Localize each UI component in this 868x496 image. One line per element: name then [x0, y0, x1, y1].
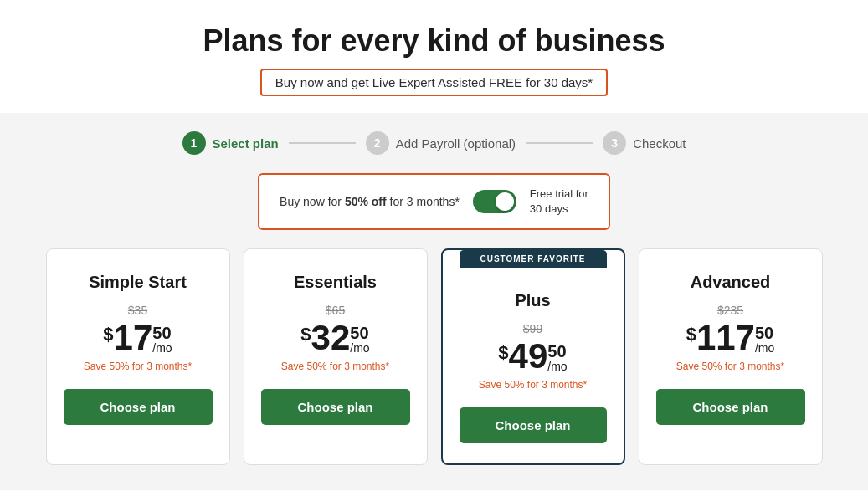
favorite-badge: CUSTOMER FAVORITE: [460, 250, 607, 268]
price-amount-essentials: 32: [311, 320, 351, 355]
promo-banner: Buy now and get Live Expert Assisted FRE…: [260, 69, 608, 96]
plan-save-plus: Save 50% for 3 months*: [460, 379, 607, 391]
price-amount-simple-start: 17: [114, 320, 153, 355]
plan-original-price-simple-start: $35: [64, 304, 213, 317]
step-3-label: Checkout: [633, 136, 686, 151]
toggle-right-text: Free trial for30 days: [530, 187, 588, 217]
plan-card-advanced: Advanced $235 $ 117 50 /mo Save 50% for …: [639, 248, 823, 465]
steps-section: 1 Select plan 2 Add Payroll (optional) 3…: [0, 113, 868, 248]
price-mo-plus: /mo: [547, 360, 567, 373]
plan-name-advanced: Advanced: [656, 273, 805, 292]
step-2: 2 Add Payroll (optional): [366, 131, 516, 155]
plan-price-plus: $ 49 50 /mo: [460, 339, 607, 374]
step-2-label: Add Payroll (optional): [396, 136, 516, 151]
step-1-circle: 1: [182, 131, 206, 155]
page-title: Plans for every kind of business: [17, 23, 851, 59]
plan-price-simple-start: $ 17 50 /mo: [64, 320, 213, 355]
toggle-box: Buy now for 50% off for 3 months* Free t…: [258, 173, 610, 230]
plan-price-advanced: $ 117 50 /mo: [656, 320, 805, 355]
plan-original-price-essentials: $65: [261, 304, 410, 317]
choose-plan-plus[interactable]: Choose plan: [460, 407, 607, 443]
choose-plan-essentials[interactable]: Choose plan: [261, 389, 410, 425]
price-mo-simple-start: /mo: [152, 342, 172, 355]
step-2-circle: 2: [366, 131, 389, 155]
price-amount-plus: 49: [509, 339, 548, 374]
plan-original-price-plus: $99: [460, 322, 607, 335]
price-cents-advanced: 50: [755, 324, 773, 342]
price-suffix-essentials: 50 /mo: [350, 324, 369, 355]
step-line-2: [526, 142, 593, 144]
price-cents-plus: 50: [547, 342, 566, 360]
step-1-label: Select plan: [213, 136, 279, 151]
plan-original-price-advanced: $235: [656, 304, 805, 317]
plan-save-advanced: Save 50% for 3 months*: [656, 360, 805, 372]
plan-save-essentials: Save 50% for 3 months*: [261, 360, 410, 372]
price-dollar-plus: $: [498, 344, 508, 362]
step-3-circle: 3: [603, 131, 626, 155]
plan-card-simple-start: Simple Start $35 $ 17 50 /mo Save 50% fo…: [46, 248, 230, 465]
price-mo-advanced: /mo: [755, 342, 774, 355]
steps-bar: 1 Select plan 2 Add Payroll (optional) 3…: [17, 131, 851, 155]
header-section: Plans for every kind of business Buy now…: [0, 0, 868, 113]
toggle-thumb: [496, 192, 514, 211]
price-suffix-advanced: 50 /mo: [755, 324, 774, 355]
plan-name-simple-start: Simple Start: [64, 273, 213, 292]
plans-section: Simple Start $35 $ 17 50 /mo Save 50% fo…: [0, 248, 868, 490]
toggle-left-text: Buy now for 50% off for 3 months*: [280, 195, 460, 208]
plan-save-simple-start: Save 50% for 3 months*: [64, 360, 213, 372]
choose-plan-advanced[interactable]: Choose plan: [656, 389, 805, 425]
plan-name-plus: Plus: [460, 291, 607, 310]
price-amount-advanced: 117: [696, 320, 755, 355]
price-suffix-simple-start: 50 /mo: [152, 324, 172, 355]
price-cents-essentials: 50: [350, 324, 368, 342]
plan-card-essentials: Essentials $65 $ 32 50 /mo Save 50% for …: [244, 248, 428, 465]
plan-name-essentials: Essentials: [261, 273, 410, 292]
price-dollar-simple-start: $: [103, 325, 113, 344]
price-cents-simple-start: 50: [152, 324, 171, 342]
toggle-section: Buy now for 50% off for 3 months* Free t…: [17, 173, 851, 248]
step-line-1: [289, 142, 356, 144]
plan-card-plus: CUSTOMER FAVORITE Plus $99 $ 49 50 /mo S…: [441, 248, 625, 465]
step-1: 1 Select plan: [182, 131, 279, 155]
price-mo-essentials: /mo: [350, 342, 369, 355]
choose-plan-simple-start[interactable]: Choose plan: [64, 389, 213, 425]
toggle-bold: 50% off: [345, 195, 387, 208]
price-suffix-plus: 50 /mo: [547, 342, 567, 373]
toggle-switch[interactable]: [473, 190, 516, 213]
step-3: 3 Checkout: [603, 131, 686, 155]
price-dollar-essentials: $: [300, 325, 311, 344]
price-dollar-advanced: $: [686, 325, 696, 344]
plan-price-essentials: $ 32 50 /mo: [261, 320, 410, 355]
